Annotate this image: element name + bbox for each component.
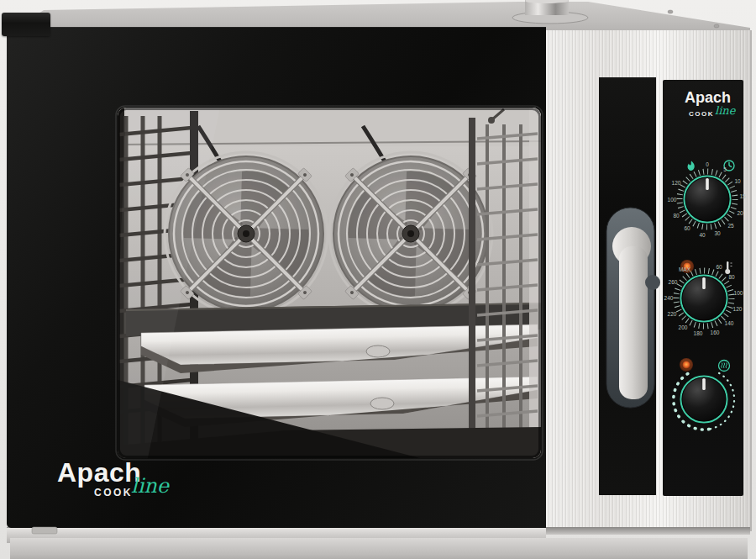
temp-scale-label: MAX — [679, 266, 690, 272]
temp-scale-label: 100 — [734, 290, 743, 296]
timer-scale-label: 60 — [684, 225, 690, 231]
door-brand-line: line — [131, 474, 169, 498]
temp-scale-label: 60 — [716, 264, 722, 270]
timer-scale-label: 120 — [672, 180, 681, 186]
timer-scale-label: 20 — [737, 210, 743, 216]
oven-door — [7, 27, 546, 528]
timer-scale-label: 15 — [739, 193, 745, 199]
door-brand-cook: COOK — [94, 487, 133, 498]
timer-scale-label: 100 — [668, 197, 677, 203]
temp-scale-label: 80 — [728, 274, 734, 280]
top-screw — [668, 10, 673, 13]
timer-scale-label: 40 — [699, 232, 705, 238]
timer-scale-label: 5 — [723, 166, 727, 172]
temp-scale-label: 220 — [668, 311, 677, 317]
timer-scale-label: 30 — [714, 230, 720, 236]
timer-scale-label: 80 — [673, 213, 679, 219]
panel-brand-cook: COOK — [689, 110, 714, 118]
temp-scale-label: 200 — [679, 324, 688, 330]
oven-product-photo: Apach COOK line Apach COOK line 0 5 10 1… — [0, 0, 756, 559]
panel-brand-line: line — [715, 104, 735, 117]
door-brand-logo: Apach — [57, 457, 141, 488]
temp-scale-label: 140 — [725, 320, 734, 326]
temp-scale-label: 240 — [664, 295, 674, 301]
handle-panel — [599, 77, 656, 495]
temp-scale-label: 120 — [733, 306, 743, 312]
timer-scale-label: 0 — [706, 161, 709, 167]
temp-scale-label: 160 — [711, 330, 720, 335]
oven-base — [10, 538, 748, 559]
door-hinge-top — [2, 13, 50, 36]
timer-scale-label: 10 — [734, 178, 740, 184]
control-panel — [663, 80, 743, 496]
temp-scale-label: 260 — [669, 279, 678, 285]
timer-scale-label: 25 — [727, 223, 733, 229]
temp-scale-label: 180 — [694, 330, 703, 336]
